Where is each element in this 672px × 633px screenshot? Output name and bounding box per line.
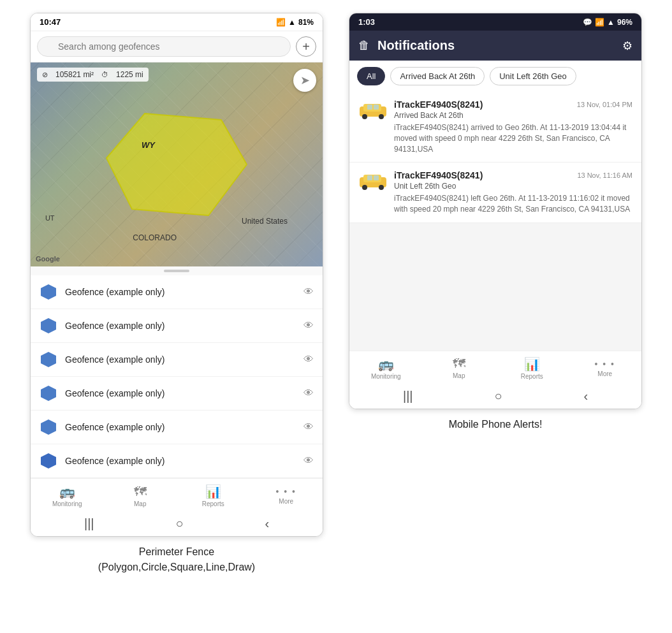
geofence-item[interactable]: Geofence (example only) 👁 (31, 309, 323, 343)
nav-monitoring-label: Monitoring (371, 373, 401, 380)
map-stats: ⊘ 105821 mi² ⏱ 1225 mi (37, 68, 149, 82)
filter-left[interactable]: Unit Left 26th Geo (490, 67, 576, 85)
right-phone-wrapper: 1:03 💬 📶 ▲ 96% 🗑 Notifications ⚙ All (349, 13, 642, 432)
geofence-name: Geofence (example only) (65, 354, 296, 365)
svg-marker-3 (41, 352, 56, 367)
map-label-wy: WY (142, 140, 155, 150)
filter-arrived[interactable]: Arrived Back At 26th (390, 67, 485, 85)
notif-description-1: iTrackEF4940S(8241) arrived to Geo 26th.… (394, 122, 632, 154)
reports-icon: 📊 (205, 484, 221, 499)
area-label: 105821 mi² (55, 70, 94, 79)
left-status-icons: 📶 ▲ 81% (276, 18, 314, 27)
geofence-item[interactable]: Geofence (example only) 👁 (31, 444, 323, 478)
filter-all[interactable]: All (357, 67, 385, 85)
back-button[interactable]: ‹ (265, 516, 269, 531)
device-name-1: iTrackEF4940S(8241) (394, 99, 483, 110)
car-icon-2 (358, 170, 388, 193)
notif-time-1: 13 Nov, 01:04 PM (577, 101, 632, 108)
svg-rect-18 (374, 175, 379, 180)
more-icon: • • • (276, 486, 296, 497)
geofence-item[interactable]: Geofence (example only) 👁 (31, 377, 323, 411)
geofence-name: Geofence (example only) (65, 456, 296, 466)
wifi-icon: 📶 (276, 18, 286, 27)
geofence-polygon-icon (40, 351, 57, 368)
nav-more-label: More (597, 370, 612, 377)
notif-event-2: Unit Left 26th Geo (394, 182, 632, 191)
svg-point-16 (379, 185, 384, 190)
nav-monitoring-right[interactable]: 🚌 Monitoring (367, 356, 405, 380)
device-name-2: iTrackEF4940S(8241) (394, 170, 483, 180)
geofence-name: Geofence (example only) (65, 287, 296, 297)
scroll-pill (164, 270, 189, 272)
eye-slash-icon[interactable]: 👁 (303, 421, 314, 433)
nav-monitoring[interactable]: 🚌 Monitoring (48, 484, 86, 507)
notification-item-2[interactable]: iTrackEF4940S(8241) 13 Nov, 11:16 AM Uni… (349, 163, 641, 223)
eye-slash-icon[interactable]: 👁 (303, 455, 314, 467)
google-logo: Google (36, 255, 60, 263)
signal-icon: ▲ (288, 18, 296, 27)
nav-more-right[interactable]: • • • More (586, 359, 624, 377)
eye-slash-icon[interactable]: 👁 (303, 320, 314, 331)
clock-icon: ⏱ (101, 71, 108, 78)
geofence-list: Geofence (example only) 👁 Geofence (exam… (31, 275, 323, 478)
monitoring-icon: 🚌 (59, 484, 75, 499)
nav-reports[interactable]: 📊 Reports (194, 484, 232, 507)
eye-slash-icon[interactable]: 👁 (303, 354, 314, 365)
nav-reports-right[interactable]: 📊 Reports (513, 356, 551, 380)
geofence-polygon-icon (40, 418, 57, 436)
nav-map-right[interactable]: 🗺 Map (440, 356, 478, 379)
nav-reports-label: Reports (521, 373, 543, 380)
left-time: 10:47 (40, 17, 61, 27)
map-icon: 🗺 (453, 356, 465, 371)
geofence-polygon-icon (40, 384, 57, 402)
svg-marker-4 (41, 386, 56, 401)
svg-rect-17 (367, 175, 372, 180)
back-button[interactable]: ‹ (583, 389, 588, 404)
geofence-polygon (94, 101, 259, 228)
recent-apps-button[interactable]: ||| (84, 516, 94, 531)
map-area[interactable]: ⊘ 105821 mi² ⏱ 1225 mi ➤ WY United Stat (31, 62, 323, 266)
map-label-us: United States (242, 217, 288, 226)
search-input[interactable] (37, 36, 291, 57)
notif-event-1: Arrived Back At 26th (394, 111, 632, 120)
svg-marker-1 (41, 284, 56, 300)
notification-item-1[interactable]: iTrackEF4940S(8241) 13 Nov, 01:04 PM Arr… (349, 92, 641, 163)
notifications-header: 🗑 Notifications ⚙ (349, 31, 641, 61)
filter-arrived-label: Arrived Back At 26th (400, 71, 475, 81)
geofence-item[interactable]: Geofence (example only) 👁 (31, 411, 323, 444)
geofence-item[interactable]: Geofence (example only) 👁 (31, 343, 323, 377)
settings-icon[interactable]: ⚙ (622, 39, 632, 53)
svg-point-9 (362, 114, 367, 119)
geofence-item[interactable]: Geofence (example only) 👁 (31, 275, 323, 309)
compass-icon: ➤ (300, 73, 310, 87)
recent-apps-button[interactable]: ||| (403, 389, 413, 404)
home-button[interactable]: ○ (494, 389, 502, 404)
eye-slash-icon[interactable]: 👁 (303, 388, 314, 399)
add-geofence-button[interactable]: + (296, 36, 316, 57)
filter-row: All Arrived Back At 26th Unit Left 26th … (349, 61, 641, 92)
svg-marker-0 (106, 113, 247, 215)
left-caption-text: Perimeter Fence(Polygon,Circle,Square,Li… (98, 546, 255, 572)
svg-marker-6 (41, 453, 56, 469)
left-phone-wrapper: 10:47 📶 ▲ 81% 🔍 + (30, 13, 323, 575)
geofence-name: Geofence (example only) (65, 422, 296, 432)
area-icon: ⊘ (42, 71, 48, 79)
geofence-polygon-icon (40, 452, 57, 470)
svg-marker-2 (41, 318, 56, 333)
nav-map[interactable]: 🗺 Map (121, 484, 159, 507)
notifications-title: Notifications (377, 38, 615, 53)
eye-slash-icon[interactable]: 👁 (303, 286, 314, 298)
svg-rect-11 (367, 105, 372, 110)
nav-map-label: Map (134, 500, 146, 507)
nav-more[interactable]: • • • More (267, 486, 305, 505)
map-label-co: COLORADO (133, 233, 177, 242)
right-status-bar: 1:03 💬 📶 ▲ 96% (349, 13, 641, 31)
notif-description-2: iTrackEF4940S(8241) left Geo 26th. At 11… (394, 193, 632, 215)
delete-icon[interactable]: 🗑 (358, 39, 370, 52)
more-icon: • • • (595, 359, 615, 369)
home-button[interactable]: ○ (175, 516, 183, 531)
compass-button[interactable]: ➤ (293, 69, 316, 92)
filter-left-label: Unit Left 26th Geo (499, 71, 567, 81)
right-status-icons: 💬 📶 ▲ 96% (583, 18, 632, 27)
svg-marker-5 (41, 419, 56, 435)
